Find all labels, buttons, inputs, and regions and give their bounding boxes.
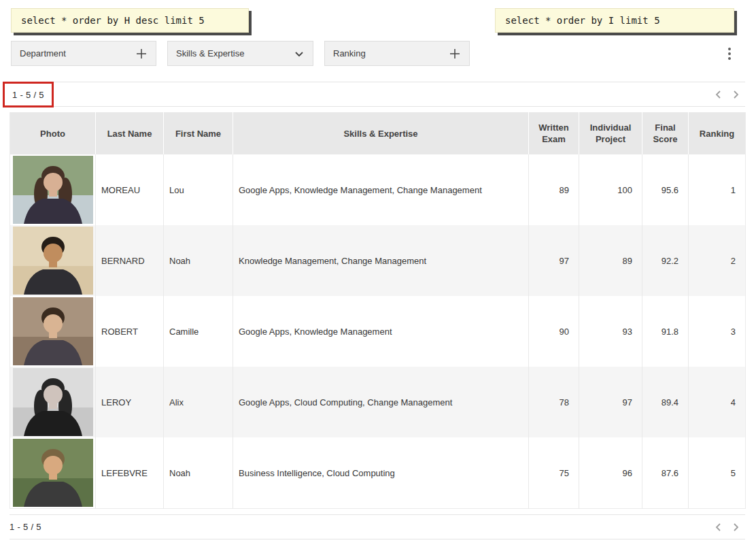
skills-cell: Google Apps, Cloud Computing, Change Man… <box>233 367 529 437</box>
student-photo-image <box>13 227 93 295</box>
filter-department[interactable]: Department <box>11 41 156 66</box>
skills-cell: Google Apps, Knowledge Management, Chang… <box>233 154 529 225</box>
column-header-last-name: Last Name <box>96 112 164 154</box>
written-exam-cell: 89 <box>529 154 579 225</box>
column-header-written-exam: Written Exam <box>529 112 579 154</box>
photo-cell <box>10 437 96 509</box>
table-row: LEFEBVRENoahBusiness Intelligence, Cloud… <box>10 437 746 509</box>
filter-department-label: Department <box>20 48 66 59</box>
individual-project-cell: 89 <box>579 225 642 296</box>
photo-cell <box>10 296 96 367</box>
query-callout-left: select * order by H desc limit 5 <box>11 8 249 33</box>
chevron-down-icon <box>294 48 305 59</box>
ranking-cell: 3 <box>689 296 746 367</box>
written-exam-cell: 97 <box>529 225 579 296</box>
column-header-final-score: Final Score <box>642 112 689 154</box>
next-page-icon[interactable] <box>730 522 741 533</box>
ranking-cell: 4 <box>689 367 746 437</box>
table-row: ROBERTCamilleGoogle Apps, Knowledge Mana… <box>10 296 746 367</box>
skills-cell: Business Intelligence, Cloud Computing <box>233 437 529 509</box>
table-header: Photo Last Name First Name Skills & Expe… <box>10 112 746 154</box>
first-name-cell: Noah <box>164 225 233 296</box>
first-name-cell: Lou <box>164 154 233 225</box>
student-photo-image <box>13 439 93 507</box>
next-page-icon[interactable] <box>730 89 741 100</box>
table-body: MOREAULouGoogle Apps, Knowledge Manageme… <box>10 154 746 509</box>
written-exam-cell: 75 <box>529 437 579 509</box>
student-photo-image <box>13 156 93 224</box>
first-name-cell: Alix <box>164 367 233 437</box>
individual-project-cell: 97 <box>579 367 642 437</box>
pagination-range-bottom: 1 - 5 / 5 <box>10 522 41 532</box>
first-name-cell: Camille <box>164 296 233 367</box>
column-header-first-name: First Name <box>164 112 233 154</box>
individual-project-cell: 100 <box>579 154 642 225</box>
first-name-cell: Noah <box>164 437 233 509</box>
filter-ranking-label: Ranking <box>333 48 366 59</box>
pagination-range-top: 1 - 5 / 5 <box>12 90 44 100</box>
last-name-cell: BERNARD <box>96 225 164 296</box>
student-photo-image <box>13 368 93 436</box>
student-photo-image <box>13 297 93 365</box>
final-score-cell: 89.4 <box>642 367 689 437</box>
final-score-cell: 95.6 <box>642 154 689 225</box>
ranking-cell: 2 <box>689 225 746 296</box>
photo-cell <box>10 225 96 296</box>
kebab-menu-icon[interactable] <box>722 45 737 63</box>
column-header-photo: Photo <box>10 112 96 154</box>
pagination-bottom: 1 - 5 / 5 <box>10 514 745 539</box>
prev-page-icon[interactable] <box>713 522 724 533</box>
last-name-cell: ROBERT <box>96 296 164 367</box>
final-score-cell: 92.2 <box>642 225 689 296</box>
column-header-individual-project: Individual Project <box>579 112 642 154</box>
prev-page-icon[interactable] <box>713 89 724 100</box>
individual-project-cell: 93 <box>579 296 642 367</box>
pagination-arrows-top <box>713 89 745 100</box>
query-callout-right: select * order by I limit 5 <box>495 8 734 33</box>
filter-skills-expertise[interactable]: Skills & Expertise <box>167 41 313 66</box>
last-name-cell: LEFEBVRE <box>96 437 164 509</box>
ranking-cell: 5 <box>689 437 746 509</box>
query-text-right: select * order by I limit 5 <box>505 15 660 26</box>
final-score-cell: 87.6 <box>642 437 689 509</box>
photo-cell <box>10 367 96 437</box>
skills-cell: Knowledge Management, Change Management <box>233 225 529 296</box>
column-header-skills: Skills & Expertise <box>233 112 529 154</box>
plus-icon <box>135 48 148 60</box>
plus-icon <box>449 48 461 60</box>
pagination-top: 1 - 5 / 5 <box>10 82 745 107</box>
individual-project-cell: 96 <box>579 437 642 509</box>
table-row: LEROYAlixGoogle Apps, Cloud Computing, C… <box>10 367 746 437</box>
skills-cell: Google Apps, Knowledge Management <box>233 296 529 367</box>
final-score-cell: 91.8 <box>642 296 689 367</box>
filter-skills-expertise-label: Skills & Expertise <box>176 48 244 59</box>
photo-cell <box>10 154 96 225</box>
red-highlight-annotation: 1 - 5 / 5 <box>3 82 54 107</box>
table-row: MOREAULouGoogle Apps, Knowledge Manageme… <box>10 154 746 225</box>
ranking-cell: 1 <box>689 154 746 225</box>
written-exam-cell: 90 <box>529 296 579 367</box>
table-row: BERNARDNoahKnowledge Management, Change … <box>10 225 746 296</box>
students-table: Photo Last Name First Name Skills & Expe… <box>10 112 746 509</box>
column-header-ranking: Ranking <box>689 112 746 154</box>
filter-bar: Department Skills & Expertise Ranking <box>11 41 745 66</box>
last-name-cell: MOREAU <box>96 154 164 225</box>
last-name-cell: LEROY <box>96 367 164 437</box>
written-exam-cell: 78 <box>529 367 579 437</box>
filter-ranking[interactable]: Ranking <box>324 41 470 66</box>
pagination-arrows-bottom <box>713 522 745 533</box>
query-text-left: select * order by H desc limit 5 <box>21 15 205 26</box>
